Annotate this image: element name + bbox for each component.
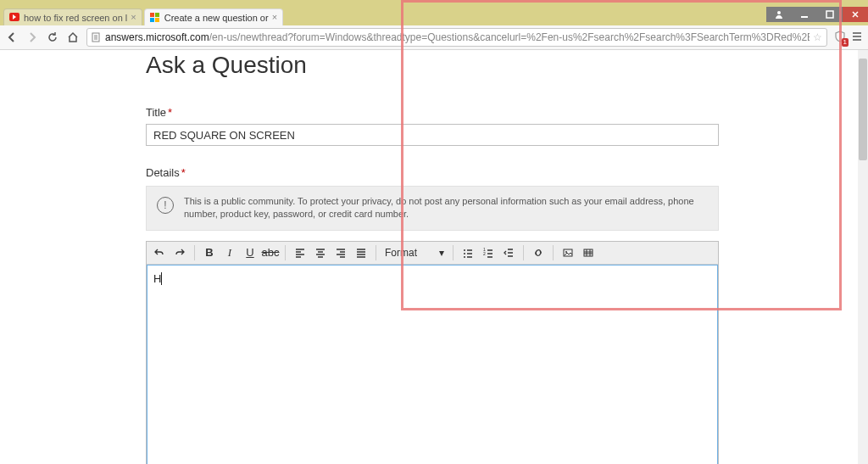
page-title: Ask a Question bbox=[146, 52, 719, 79]
svg-rect-11 bbox=[584, 249, 593, 256]
details-label: Details* bbox=[146, 166, 719, 179]
align-left-button[interactable] bbox=[291, 244, 309, 261]
align-justify-button[interactable] bbox=[352, 244, 370, 261]
title-input[interactable] bbox=[146, 124, 719, 146]
forward-button[interactable] bbox=[25, 31, 39, 44]
privacy-notice: ! This is a public community. To protect… bbox=[146, 186, 719, 231]
svg-point-6 bbox=[464, 256, 465, 258]
align-right-button[interactable] bbox=[331, 244, 350, 261]
close-window-button[interactable] bbox=[843, 7, 868, 22]
italic-button[interactable]: I bbox=[220, 244, 239, 261]
tab-microsoft-answers[interactable]: Create a new question or × bbox=[144, 8, 283, 25]
required-asterisk: * bbox=[168, 106, 172, 119]
align-center-button[interactable] bbox=[311, 244, 330, 261]
page-viewport: Ask a Question Title* Details* ! This is… bbox=[0, 50, 868, 464]
svg-point-4 bbox=[464, 249, 465, 251]
vertical-scrollbar[interactable] bbox=[858, 50, 868, 464]
svg-point-0 bbox=[777, 11, 781, 14]
bold-button[interactable]: B bbox=[200, 244, 219, 261]
svg-rect-2 bbox=[826, 11, 833, 18]
table-button[interactable] bbox=[579, 244, 598, 261]
window-titlebar bbox=[0, 0, 868, 7]
close-icon[interactable]: × bbox=[131, 13, 136, 22]
unordered-list-button[interactable] bbox=[459, 244, 477, 261]
home-button[interactable] bbox=[66, 31, 80, 44]
reload-button[interactable] bbox=[46, 31, 59, 44]
tab-youtube[interactable]: how to fix red screen on l × bbox=[3, 8, 142, 25]
svg-rect-1 bbox=[801, 16, 808, 18]
underline-button[interactable]: U bbox=[241, 244, 259, 261]
link-button[interactable] bbox=[529, 244, 548, 261]
browser-toolbar: answers.microsoft.com/en-us/newthread?fo… bbox=[0, 25, 868, 50]
chevron-down-icon: ▾ bbox=[439, 247, 444, 259]
back-button[interactable] bbox=[5, 31, 19, 44]
window-controls bbox=[766, 7, 868, 24]
address-bar[interactable]: answers.microsoft.com/en-us/newthread?fo… bbox=[86, 28, 827, 47]
youtube-icon bbox=[9, 13, 19, 23]
outdent-button[interactable] bbox=[499, 244, 518, 261]
bookmark-star-icon[interactable]: ☆ bbox=[813, 31, 822, 43]
close-icon[interactable]: × bbox=[272, 13, 277, 22]
minimize-button[interactable] bbox=[792, 7, 817, 22]
ordered-list-button[interactable]: 12 bbox=[479, 244, 498, 261]
image-button[interactable] bbox=[559, 244, 577, 261]
extension-area: 1 bbox=[834, 31, 863, 45]
maximize-button[interactable] bbox=[817, 7, 843, 22]
title-label: Title* bbox=[146, 106, 719, 119]
undo-button[interactable] bbox=[150, 244, 169, 261]
rich-text-editor: B I U abc Format ▾ 12 bbox=[146, 241, 719, 464]
svg-text:2: 2 bbox=[483, 251, 486, 256]
url-host: answers.microsoft.com bbox=[105, 31, 209, 43]
page-icon bbox=[92, 32, 102, 42]
redo-button[interactable] bbox=[170, 244, 189, 261]
url-path: /en-us/newthread?forum=Windows&threadtyp… bbox=[209, 31, 810, 43]
required-asterisk: * bbox=[181, 166, 186, 179]
tab-label: Create a new question or bbox=[164, 13, 269, 23]
user-icon[interactable] bbox=[766, 7, 792, 22]
editor-textarea[interactable]: H bbox=[147, 265, 718, 464]
extension-shield-icon[interactable]: 1 bbox=[834, 31, 846, 45]
menu-icon[interactable] bbox=[851, 31, 863, 45]
info-icon: ! bbox=[157, 197, 174, 214]
scrollbar-thumb[interactable] bbox=[859, 59, 867, 160]
format-dropdown[interactable]: Format ▾ bbox=[381, 244, 448, 261]
tab-label: how to fix red screen on l bbox=[24, 13, 127, 23]
microsoft-icon bbox=[150, 13, 160, 23]
editor-toolbar: B I U abc Format ▾ 12 bbox=[147, 242, 718, 265]
tab-strip: how to fix red screen on l × Create a ne… bbox=[0, 7, 868, 25]
svg-point-5 bbox=[464, 253, 465, 254]
strikethrough-button[interactable]: abc bbox=[261, 244, 280, 261]
notice-text: This is a public community. To protect y… bbox=[184, 195, 708, 221]
extension-badge: 1 bbox=[842, 38, 849, 47]
